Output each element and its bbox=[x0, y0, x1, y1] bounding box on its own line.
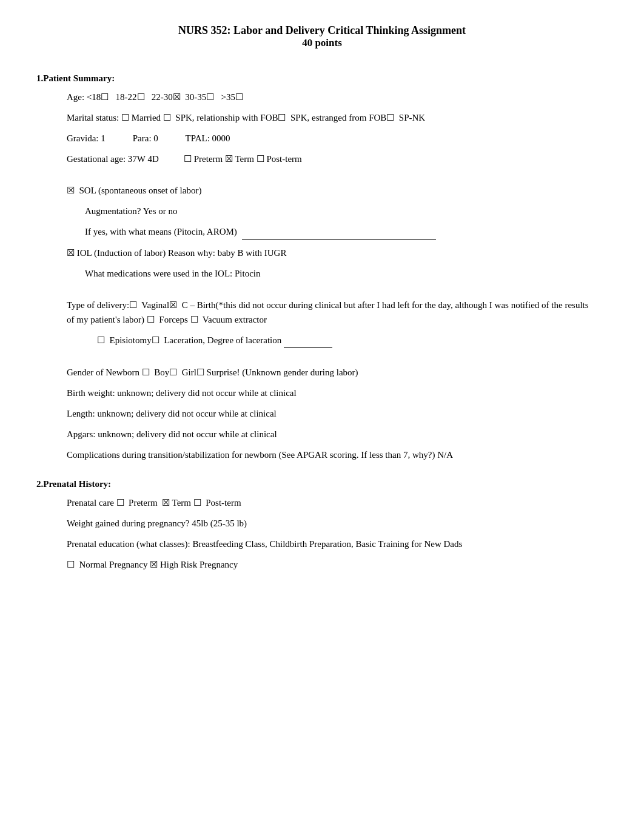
prenatal-care-label: Prenatal care ☐ Preterm ☒ Term ☐ Post-te… bbox=[67, 498, 241, 508]
length-label: Length: unknown; delivery did not occur … bbox=[67, 409, 277, 418]
augmentation-label: Augmentation? Yes or no bbox=[85, 206, 178, 216]
gravida-label: Gravida: 1 bbox=[67, 133, 106, 143]
apgars-row: Apgars: unknown; delivery did not occur … bbox=[36, 427, 608, 441]
episiotomy-blank bbox=[284, 333, 332, 348]
iol-row: ☒ IOL (Induction of labor) Reason why: b… bbox=[36, 246, 608, 260]
page-subtitle: 40 points bbox=[36, 37, 608, 49]
episiotomy-row: ☐ Episiotomy☐ Laceration, Degree of lace… bbox=[36, 333, 608, 348]
if-yes-blank bbox=[242, 224, 436, 240]
section-2: 2.Prenatal History: Prenatal care ☐ Pret… bbox=[36, 479, 608, 572]
complications-label: Complications during transition/stabiliz… bbox=[67, 450, 453, 460]
weight-gained-row: Weight gained during pregnancy? 45lb (25… bbox=[36, 516, 608, 531]
apgars-label: Apgars: unknown; delivery did not occur … bbox=[67, 429, 277, 439]
gender-row: Gender of Newborn ☐ Boy☐ Girl☐ Surprise!… bbox=[36, 365, 608, 380]
sol-label: ☒ SOL (spontaneous onset of labor) bbox=[67, 186, 201, 195]
para-label: Para: 0 bbox=[133, 133, 158, 143]
birth-weight-row: Birth weight: unknown; delivery did not … bbox=[36, 386, 608, 400]
iol-label: ☒ IOL (Induction of labor) Reason why: b… bbox=[67, 248, 286, 258]
iol-meds-row: What medications were used in the IOL: P… bbox=[36, 266, 608, 281]
weight-gained-label: Weight gained during pregnancy? 45lb (25… bbox=[67, 518, 247, 528]
delivery-row: Type of delivery:☐ Vaginal☒ C – Birth(*t… bbox=[36, 298, 594, 327]
prenatal-education-row: Prenatal education (what classes): Breas… bbox=[36, 537, 608, 551]
tpal-label: TPAL: 0000 bbox=[186, 133, 230, 143]
sol-row: ☒ SOL (spontaneous onset of labor) bbox=[36, 183, 608, 198]
birth-weight-label: Birth weight: unknown; delivery did not … bbox=[67, 388, 297, 398]
gestational-label: Gestational age: 37W 4D bbox=[67, 154, 159, 164]
delivery-label: Type of delivery:☐ Vaginal☒ C – Birth(*t… bbox=[67, 300, 589, 324]
iol-meds-label: What medications were used in the IOL: P… bbox=[85, 269, 261, 278]
section-1: 1.Patient Summary: Age: <18☐ 18-22☐ 22-3… bbox=[36, 73, 608, 462]
prenatal-education-label: Prenatal education (what classes): Breas… bbox=[67, 539, 462, 549]
gender-label: Gender of Newborn ☐ Boy☐ Girl☐ Surprise!… bbox=[67, 367, 358, 377]
marital-row: Marital status: ☐ Married ☐ SPK, relatio… bbox=[36, 110, 608, 125]
augmentation-row: Augmentation? Yes or no bbox=[36, 204, 608, 218]
length-row: Length: unknown; delivery did not occur … bbox=[36, 406, 608, 421]
section-2-title: 2.Prenatal History: bbox=[36, 479, 608, 489]
page-header: NURS 352: Labor and Delivery Critical Th… bbox=[36, 24, 608, 49]
prenatal-care-row: Prenatal care ☐ Preterm ☒ Term ☐ Post-te… bbox=[36, 495, 608, 510]
marital-label: Marital status: ☐ Married ☐ SPK, relatio… bbox=[67, 113, 425, 122]
if-yes-label: If yes, with what means (Pitocin, AROM) bbox=[85, 227, 436, 236]
pregnancy-type-label: ☐ Normal Pregnancy ☒ High Risk Pregnancy bbox=[67, 560, 238, 569]
section-1-title: 1.Patient Summary: bbox=[36, 73, 608, 84]
gestational-row: Gestational age: 37W 4D ☐ Preterm ☒ Term… bbox=[36, 152, 608, 166]
if-yes-row: If yes, with what means (Pitocin, AROM) bbox=[36, 224, 608, 240]
page-title: NURS 352: Labor and Delivery Critical Th… bbox=[36, 24, 608, 37]
gestational-options: ☐ Preterm ☒ Term ☐ Post-term bbox=[184, 154, 302, 164]
gravida-row: Gravida: 1 Para: 0 TPAL: 0000 bbox=[36, 131, 608, 146]
age-row: Age: <18☐ 18-22☐ 22-30☒ 30-35☐ >35☐ bbox=[36, 90, 608, 104]
pregnancy-type-row: ☐ Normal Pregnancy ☒ High Risk Pregnancy bbox=[36, 557, 608, 572]
age-label: Age: <18☐ 18-22☐ 22-30☒ 30-35☐ >35☐ bbox=[67, 92, 243, 102]
episiotomy-label: ☐ Episiotomy☐ Laceration, Degree of lace… bbox=[97, 335, 332, 345]
complications-row: Complications during transition/stabiliz… bbox=[36, 448, 608, 462]
